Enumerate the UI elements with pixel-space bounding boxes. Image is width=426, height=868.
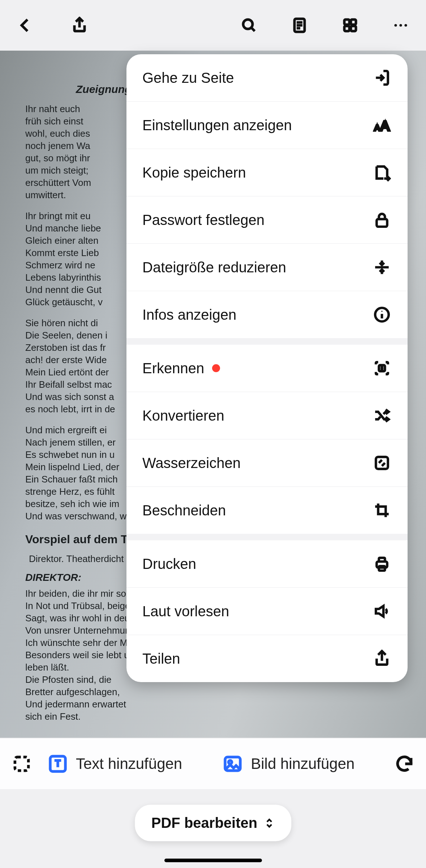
image-icon	[222, 753, 244, 775]
document-outline-icon	[291, 17, 308, 34]
menu-item-label: Beschneiden	[142, 502, 226, 519]
outline-button[interactable]	[289, 14, 310, 36]
text-box-icon	[47, 753, 69, 775]
poem-stanza: Ihr naht euch früh sich einst wohl, euch…	[25, 103, 141, 201]
svg-rect-8	[344, 26, 349, 31]
menu-item-label: Laut vorlesen	[142, 603, 229, 620]
menu-group-2: Erkennen Konvertieren Wasserzeichen Besc…	[126, 338, 408, 534]
edit-toolbar: Text hinzufügen Bild hinzufügen	[0, 739, 426, 789]
svg-rect-7	[351, 20, 356, 25]
menu-item-label: Erkennen	[142, 360, 204, 376]
share-button[interactable]	[69, 14, 90, 36]
search-icon	[240, 17, 258, 34]
menu-item-label: Kopie speichern	[142, 165, 246, 181]
svg-rect-9	[351, 26, 356, 31]
share-icon	[71, 17, 88, 34]
svg-rect-15	[376, 219, 387, 227]
svg-point-0	[243, 20, 253, 29]
menu-item-convert[interactable]: Konvertieren	[126, 392, 408, 439]
mode-selector[interactable]: PDF bearbeiten	[135, 805, 291, 841]
menu-item-show-info[interactable]: Infos anzeigen	[126, 291, 408, 338]
svg-point-11	[399, 24, 402, 26]
menu-item-crop[interactable]: Beschneiden	[126, 486, 408, 534]
menu-item-share[interactable]: Teilen	[126, 635, 408, 682]
menu-item-read-aloud[interactable]: Laut vorlesen	[126, 587, 408, 635]
grid-button[interactable]	[339, 14, 361, 36]
menu-item-recognize[interactable]: Erkennen	[126, 345, 408, 392]
more-button[interactable]	[390, 14, 412, 36]
svg-point-10	[394, 24, 397, 26]
add-text-tool[interactable]: Text hinzufügen	[47, 753, 182, 775]
svg-text:A: A	[380, 118, 390, 133]
top-toolbar	[0, 0, 426, 51]
back-button[interactable]	[14, 14, 36, 36]
menu-item-label: Infos anzeigen	[142, 307, 236, 323]
speaker-label: DIREKTOR:	[25, 571, 141, 584]
menu-item-watermark[interactable]: Wasserzeichen	[126, 439, 408, 486]
menu-item-label: Konvertieren	[142, 408, 224, 424]
svg-line-24	[379, 460, 382, 463]
menu-item-label: Passwort festlegen	[142, 212, 264, 228]
menu-item-label: Einstellungen anzeigen	[142, 117, 292, 133]
menu-item-reduce-size[interactable]: Dateigröße reduzieren	[126, 243, 408, 291]
more-context-menu: Gehe zu Seite Einstellungen anzeigen AA …	[126, 54, 408, 682]
menu-group-3: Drucken Laut vorlesen Teilen	[126, 534, 408, 682]
menu-group-1: Gehe zu Seite Einstellungen anzeigen AA …	[126, 54, 408, 338]
lock-icon	[372, 210, 392, 230]
roles-line: Direktor. Theatherdicht	[29, 553, 141, 565]
speech-text: Ihr beiden, die ihr mir so o In Not und …	[25, 587, 141, 723]
svg-line-1	[251, 27, 255, 31]
tool-label: Text hinzufügen	[76, 755, 182, 773]
grid-icon	[341, 17, 359, 34]
selection-tool[interactable]	[11, 753, 33, 775]
mode-label: PDF bearbeiten	[151, 815, 257, 831]
svg-line-25	[382, 463, 385, 466]
share-icon	[372, 649, 392, 668]
svg-rect-27	[379, 558, 385, 561]
compress-icon	[372, 258, 392, 277]
speaker-icon	[372, 601, 392, 621]
menu-item-label: Gehe zu Seite	[142, 70, 234, 86]
menu-item-view-settings[interactable]: Einstellungen anzeigen AA	[126, 101, 408, 149]
menu-item-label: Teilen	[142, 651, 180, 667]
shuffle-icon	[372, 406, 392, 425]
svg-point-12	[404, 24, 407, 26]
selection-icon	[11, 753, 33, 775]
printer-icon	[372, 554, 392, 574]
menu-item-print[interactable]: Drucken	[126, 540, 408, 587]
add-image-tool[interactable]: Bild hinzufügen	[222, 753, 354, 775]
svg-point-19	[381, 311, 382, 312]
chevron-up-down-icon	[264, 818, 275, 829]
enter-page-icon	[372, 68, 392, 88]
ocr-scan-icon	[372, 358, 392, 378]
save-export-icon	[372, 163, 392, 182]
menu-item-label: Wasserzeichen	[142, 455, 241, 471]
menu-item-goto-page[interactable]: Gehe zu Seite	[126, 54, 408, 101]
menu-item-save-copy[interactable]: Kopie speichern	[126, 149, 408, 196]
new-feature-dot-icon	[212, 364, 220, 372]
svg-text:A: A	[374, 123, 380, 132]
text-size-icon: AA	[372, 115, 392, 135]
menu-item-set-password[interactable]: Passwort festlegen	[126, 196, 408, 243]
tool-label: Bild hinzufügen	[251, 755, 354, 773]
info-icon	[372, 305, 392, 324]
poem-stanza: Und mich ergreift ei Nach jenem stillen,…	[25, 424, 141, 522]
undo-icon	[393, 753, 415, 775]
menu-item-label: Dateigröße reduzieren	[142, 259, 286, 276]
svg-rect-29	[15, 757, 28, 770]
crop-icon	[372, 501, 392, 520]
search-button[interactable]	[238, 14, 260, 36]
watermark-icon	[372, 453, 392, 473]
home-indicator	[164, 859, 262, 862]
svg-rect-23	[376, 457, 388, 469]
more-horizontal-icon	[392, 17, 409, 34]
undo-button[interactable]	[393, 753, 415, 775]
svg-rect-6	[344, 20, 349, 25]
poem-stanza: Sie hören nicht di Die Seelen, denen i Z…	[25, 317, 141, 415]
menu-item-label: Drucken	[142, 556, 196, 572]
section-heading: Vorspiel auf dem Th	[25, 533, 141, 545]
poem-stanza: Ihr bringt mit eu Und manche liebe Gleic…	[25, 210, 141, 308]
chevron-left-icon	[17, 17, 34, 34]
